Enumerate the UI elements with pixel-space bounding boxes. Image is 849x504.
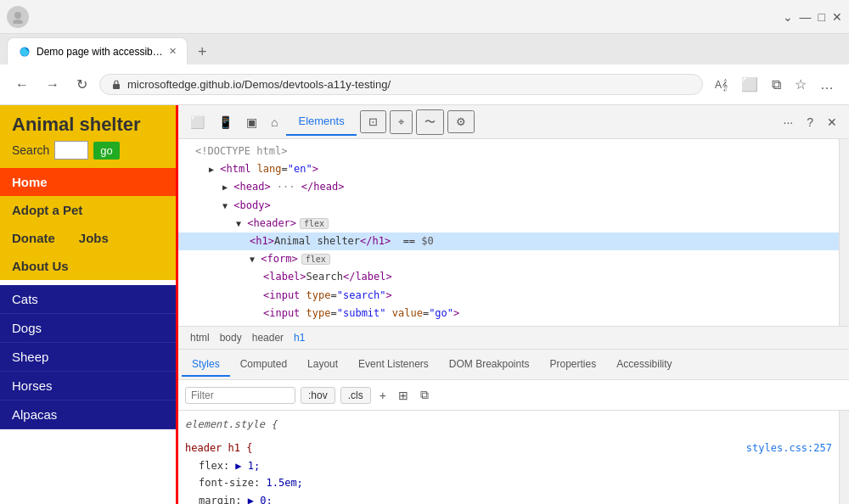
- html-input-search[interactable]: <input type="search">: [178, 287, 839, 305]
- html-form-tag[interactable]: ▼ <form>flex: [178, 250, 839, 268]
- nav-donate[interactable]: Donate: [0, 224, 67, 252]
- address-bar[interactable]: microsoftedge.github.io/Demos/devtools-a…: [99, 74, 703, 95]
- elements-panel-area: <!DOCTYPE html> ▶ <html lang="en"> ▶ <he…: [178, 139, 849, 326]
- html-html-tag[interactable]: ▶ <html lang="en">: [178, 160, 839, 178]
- help-button[interactable]: ?: [801, 112, 818, 132]
- css-prop-fontsize: font-size: 1.5em;: [185, 474, 832, 491]
- inspect-icon[interactable]: ⬜: [185, 112, 210, 132]
- breadcrumb-html[interactable]: html: [185, 330, 215, 345]
- maximize-button[interactable]: □: [818, 10, 825, 24]
- extensions-button[interactable]: ⧉: [767, 73, 786, 96]
- nav-adopt: Adopt a Pet: [0, 196, 176, 224]
- tab-close-button[interactable]: ✕: [169, 46, 177, 57]
- new-tab-button[interactable]: +: [191, 40, 214, 64]
- tab-computed[interactable]: Computed: [230, 353, 297, 377]
- css-prop-margin: margin: ▶ 0;: [185, 492, 832, 504]
- element-style-rule: element.style {: [185, 416, 832, 433]
- minimize-button[interactable]: —: [800, 10, 812, 24]
- console-icon[interactable]: ⊡: [360, 110, 386, 133]
- browser-tab[interactable]: Demo page with accessibility iss ✕: [7, 37, 188, 64]
- tab-event-listeners[interactable]: Event Listeners: [348, 353, 439, 377]
- close-devtools-button[interactable]: ✕: [822, 112, 842, 132]
- css-selector-text: header h1 {: [185, 442, 252, 454]
- tab-bar: Demo page with accessibility iss ✕ +: [0, 34, 849, 64]
- webpage-preview: Animal shelter Search go Home Adopt a Pe…: [0, 105, 178, 504]
- nav-actions: A𝄞 ⬜ ⧉ ☆ …: [710, 73, 839, 96]
- nav-donate-jobs-row: Donate Jobs: [0, 224, 176, 252]
- html-label-tag[interactable]: <label>Search</label>: [178, 268, 839, 286]
- sources-icon[interactable]: ⌖: [390, 110, 413, 134]
- animal-cats[interactable]: Cats: [0, 285, 176, 314]
- home-icon[interactable]: ⌂: [266, 112, 283, 132]
- more-button[interactable]: …: [815, 73, 839, 96]
- hover-filter-button[interactable]: :hov: [301, 387, 335, 404]
- more-tools-button[interactable]: ···: [779, 112, 799, 132]
- animal-alpacas[interactable]: Alpacas: [0, 400, 176, 429]
- tab-layout[interactable]: Layout: [297, 353, 348, 377]
- css-prop-margin-val: ▶ 0;: [248, 495, 273, 504]
- css-scrollbar[interactable]: [839, 411, 849, 504]
- html-input-submit[interactable]: <input type="submit" value="go">: [178, 305, 839, 322]
- animal-horses[interactable]: Horses: [0, 372, 176, 400]
- sidebar-toggle-icon[interactable]: ▣: [241, 112, 262, 132]
- tab-title: Demo page with accessibility iss: [37, 46, 164, 58]
- edge-favicon-icon: [18, 45, 31, 59]
- breadcrumb-h1[interactable]: h1: [289, 330, 310, 345]
- network-icon[interactable]: 〜: [416, 109, 444, 135]
- add-style-button[interactable]: +: [376, 387, 390, 404]
- filter-input[interactable]: [185, 387, 295, 404]
- svg-point-1: [13, 20, 23, 24]
- css-prop-margin-name: margin:: [199, 495, 242, 504]
- nav-item-home[interactable]: Home: [0, 168, 176, 196]
- lock-icon: [110, 79, 122, 91]
- go-button[interactable]: go: [93, 142, 119, 160]
- refresh-button[interactable]: ↻: [71, 73, 93, 96]
- favorites-button[interactable]: ☆: [790, 73, 812, 96]
- css-prop-fontsize-val: 1.5em;: [266, 477, 302, 489]
- nav-jobs[interactable]: Jobs: [67, 224, 121, 252]
- nav-adopt-pet[interactable]: Adopt a Pet: [0, 196, 176, 224]
- toggle-style-button[interactable]: ⊞: [395, 387, 412, 404]
- back-button[interactable]: ←: [10, 74, 34, 96]
- html-doctype: <!DOCTYPE html>: [178, 143, 839, 160]
- css-header-h1-rule: styles.css:257 header h1 { flex: ▶ 1; fo…: [185, 440, 832, 504]
- new-style-rule-button[interactable]: ⧉: [417, 386, 432, 404]
- html-h1-selected[interactable]: <h1>Animal shelter</h1> == $0: [178, 232, 839, 250]
- search-input[interactable]: [54, 141, 88, 160]
- elements-scrollbar[interactable]: [839, 139, 849, 326]
- tab-styles[interactable]: Styles: [182, 353, 230, 377]
- animals-list: Cats Dogs Sheep Horses Alpacas: [0, 285, 176, 429]
- read-aloud-button[interactable]: A𝄞: [710, 73, 733, 96]
- device-emulation-icon[interactable]: 📱: [213, 112, 238, 132]
- close-button[interactable]: ✕: [832, 10, 842, 24]
- css-link[interactable]: styles.css:257: [746, 440, 832, 456]
- breadcrumb-header[interactable]: header: [247, 330, 289, 345]
- reader-view-button[interactable]: ⬜: [736, 73, 763, 96]
- nav-about-container: About Us: [0, 252, 176, 280]
- tab-accessibility[interactable]: Accessibility: [606, 353, 682, 377]
- performance-icon[interactable]: ⚙: [447, 110, 475, 133]
- window-controls: ⌄ — □ ✕: [783, 10, 842, 24]
- breadcrumb-body[interactable]: body: [215, 330, 247, 345]
- title-bar-left: [7, 6, 776, 28]
- site-title: Animal shelter: [12, 114, 164, 136]
- animal-sheep[interactable]: Sheep: [0, 343, 176, 372]
- devtools-toolbar: ⬜ 📱 ▣ ⌂ Elements ⊡ ⌖ 〜 ⚙ ··· ? ✕: [178, 105, 849, 139]
- html-head-tag[interactable]: ▶ <head> ··· </head>: [178, 178, 839, 196]
- animal-dogs[interactable]: Dogs: [0, 314, 176, 343]
- tab-properties[interactable]: Properties: [540, 353, 607, 377]
- elements-area: <!DOCTYPE html> ▶ <html lang="en"> ▶ <he…: [178, 139, 839, 326]
- html-header-tag[interactable]: ▼ <header>flex: [178, 215, 839, 232]
- nav-about-us[interactable]: About Us: [0, 252, 176, 280]
- svg-rect-2: [113, 84, 120, 89]
- cls-filter-button[interactable]: .cls: [340, 387, 371, 404]
- html-body-tag[interactable]: ▼ <body>: [178, 197, 839, 215]
- forward-button[interactable]: →: [41, 74, 65, 96]
- tab-dom-breakpoints[interactable]: DOM Breakpoints: [439, 353, 540, 377]
- chevron-down-icon[interactable]: ⌄: [783, 10, 793, 24]
- css-prop-fontsize-name: font-size:: [199, 477, 260, 489]
- css-prop-flex: flex: ▶ 1;: [185, 457, 832, 474]
- nav-bar: ← → ↻ microsoftedge.github.io/Demos/devt…: [0, 64, 849, 105]
- css-prop-flex-val: ▶ 1;: [235, 460, 260, 472]
- tab-elements[interactable]: Elements: [286, 108, 356, 136]
